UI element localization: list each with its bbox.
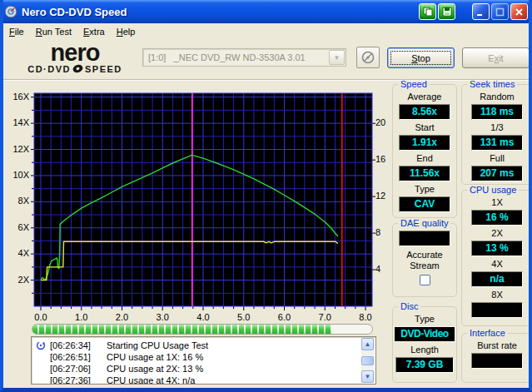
dae-quality-group: DAE quality Accurate Stream — [392, 218, 457, 297]
seek-times-group: Seek times Random 118 ms 1/3 131 ms Full… — [461, 79, 532, 185]
cpu-usage-group: CPU usage 1X 16 % 2X 13 % 4X n/a 8X — [461, 185, 532, 326]
start-speed-display: 1.91x — [399, 135, 450, 151]
progress-bar — [32, 324, 373, 335]
axis-label: 8 — [375, 227, 390, 238]
log-entry[interactable]: [06:26:51]CPU usage at 1X: 16 % — [32, 351, 375, 363]
cpu-2x-label: 2X — [462, 228, 532, 239]
random-seek-display: 118 ms — [471, 104, 523, 120]
axis-label: 4 — [375, 264, 390, 275]
app-icon — [4, 5, 17, 18]
seek-times-group-title: Seek times — [467, 79, 517, 89]
log-timestamp: [06:26:51] — [50, 352, 98, 362]
maximize-button[interactable] — [491, 3, 509, 20]
axis-label: 5.0 — [232, 312, 256, 323]
log-entry[interactable]: [06:27:06]CPU usage at 2X: 13 % — [32, 363, 375, 375]
cpu-4x-display: n/a — [471, 271, 523, 287]
axis-label: 6X — [3, 222, 29, 233]
stop-button[interactable]: Stop — [387, 47, 455, 68]
axis-label: 6.0 — [273, 312, 296, 323]
axis-label: 4X — [3, 248, 29, 259]
drive-selector-value: [1:0] _NEC DVD_RW ND-3530A 3.01 — [143, 52, 329, 62]
speed-group: Speed Average 8.56x Start 1.91x End 11.5… — [392, 79, 457, 218]
one-third-seek-display: 131 ms — [471, 135, 523, 151]
cpu-4x-label: 4X — [462, 259, 532, 270]
minimize-button[interactable] — [472, 3, 490, 20]
test-start-icon — [32, 340, 50, 350]
log-scrollbar[interactable]: ▲ ▼ — [361, 338, 375, 383]
app-window: Nero CD-DVD Speed — [0, 0, 532, 392]
start-label: Start — [393, 122, 456, 133]
cpu-1x-display: 16 % — [471, 210, 523, 226]
menu-extra[interactable]: Extra — [77, 24, 111, 39]
speed-type-display: CAV — [399, 196, 450, 212]
axis-label: 20 — [375, 117, 390, 128]
axis-label: 4.0 — [191, 312, 215, 323]
logo-cddvd-text: CD·DVD — [27, 64, 71, 74]
log-entry[interactable]: [06:27:36]CPU usage at 4X: n/a — [32, 375, 375, 385]
axis-label: 3.0 — [151, 312, 174, 323]
speed-group-title: Speed — [398, 79, 430, 89]
window-title: Nero CD-DVD Speed — [22, 6, 419, 18]
disc-type-display: DVD-Video — [394, 326, 455, 342]
close-button[interactable] — [510, 3, 528, 20]
progress-bar-fill — [32, 325, 331, 334]
axis-label: 10X — [3, 170, 29, 181]
log-timestamp: [06:27:06] — [50, 364, 98, 374]
accurate-stream-checkbox[interactable] — [420, 275, 430, 285]
log-message: Starting CPU Usage Test — [107, 340, 208, 350]
burst-rate-display — [471, 353, 523, 369]
random-seek-label: Random — [462, 92, 532, 102]
copy-icon — [423, 7, 433, 17]
dae-quality-display — [399, 231, 450, 246]
dae-quality-group-title: DAE quality — [398, 218, 450, 228]
menu-run-test[interactable]: Run Test — [30, 24, 77, 39]
burst-rate-label: Burst rate — [462, 340, 532, 351]
log-entry[interactable]: [06:26:34]Starting CPU Usage Test — [32, 340, 375, 351]
axis-label: 16 — [375, 154, 390, 165]
full-seek-label: Full — [462, 153, 532, 164]
close-icon — [515, 7, 524, 17]
log-message: CPU usage at 4X: n/a — [107, 375, 195, 385]
logo-speed-text: SPEED — [85, 64, 122, 74]
end-label: End — [393, 153, 456, 164]
nero-logo: nero CD·DVD SPEED — [12, 42, 138, 74]
menu-file[interactable]: File — [3, 24, 30, 39]
disc-type-label: Type — [393, 314, 456, 325]
cpu-usage-group-title: CPU usage — [467, 185, 519, 195]
axis-label: 2.0 — [111, 312, 134, 323]
scroll-up-icon[interactable]: ▲ — [361, 338, 374, 350]
disc-glyph-icon — [72, 63, 83, 74]
log-timestamp: [06:27:36] — [50, 375, 98, 385]
menu-help[interactable]: Help — [111, 24, 142, 39]
exit-button[interactable]: Exit — [462, 47, 530, 68]
menubar: File Run Test Extra Help — [3, 23, 529, 40]
axis-label: 16X — [3, 92, 29, 102]
average-label: Average — [393, 92, 456, 102]
disc-length-display: 7.39 GB — [395, 357, 454, 373]
axis-label: 12 — [375, 191, 390, 201]
axis-label: 8X — [3, 196, 29, 206]
chevron-down-icon: ▼ — [329, 50, 345, 65]
maximize-icon — [495, 7, 505, 17]
axis-label: 14X — [3, 117, 29, 128]
nero-logo-text: nero — [12, 42, 138, 63]
log-message: CPU usage at 2X: 13 % — [107, 364, 203, 374]
disc-info-button[interactable] — [356, 47, 380, 68]
disc-length-label: Length — [393, 345, 456, 355]
save-icon — [442, 7, 452, 17]
axis-label: 7.0 — [313, 312, 336, 323]
copy-button[interactable] — [419, 3, 436, 20]
scrollbar-thumb[interactable] — [361, 356, 374, 365]
log-listbox: [06:26:34]Starting CPU Usage Test[06:26:… — [31, 336, 376, 385]
save-button[interactable] — [438, 3, 455, 20]
axis-label: 1.0 — [70, 312, 93, 323]
axis-label: 0.0 — [29, 312, 52, 323]
accurate-stream-label: Accurate Stream — [400, 250, 450, 271]
scroll-down-icon[interactable]: ▼ — [361, 370, 374, 383]
disc-group-title: Disc — [398, 301, 420, 311]
log-message: CPU usage at 1X: 16 % — [107, 352, 203, 362]
type-label: Type — [393, 184, 456, 195]
cpu-1x-label: 1X — [462, 197, 532, 208]
end-speed-display: 11.56x — [399, 166, 450, 181]
drive-selector[interactable]: [1:0] _NEC DVD_RW ND-3530A 3.01 ▼ — [142, 48, 346, 67]
